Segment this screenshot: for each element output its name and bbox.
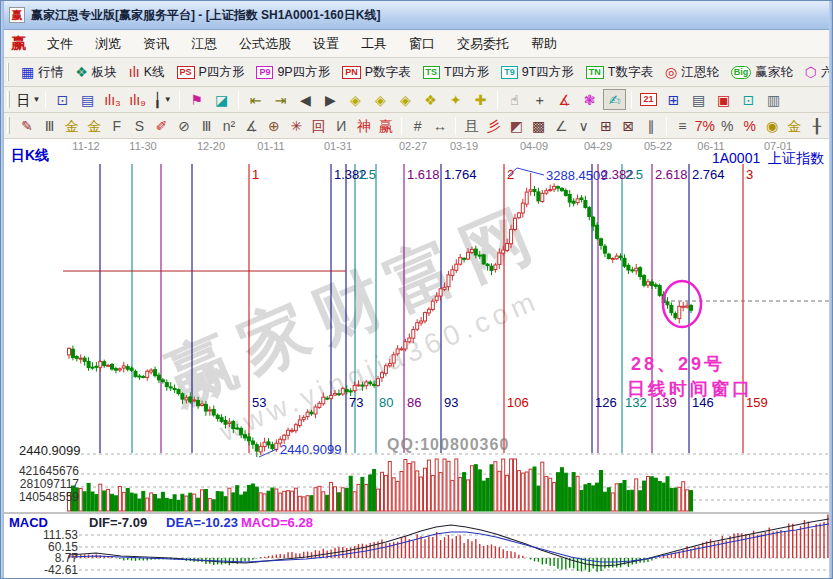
menu-item-help[interactable]: 帮助 [520, 33, 568, 54]
quotes-button[interactable]: ▦行情 [15, 63, 69, 82]
menu-item-trade[interactable]: 交易委托 [446, 33, 520, 54]
menu-item-formula-picker[interactable]: 公式选股 [228, 33, 302, 54]
square-cycle-tool-icon[interactable]: 回 [309, 115, 329, 136]
diamond-nav-4-icon[interactable]: ❖ [419, 89, 442, 110]
shen-tool-icon[interactable]: 神 [353, 115, 373, 136]
golden-section-tool-icon[interactable]: 金 [62, 115, 82, 136]
color-chart-icon[interactable]: ◪ [210, 89, 233, 110]
frame-tool-icon[interactable]: 且 [461, 115, 481, 136]
width-measure-tool-icon[interactable]: ↔ [430, 115, 450, 136]
time-cycle-tool-icon: ⊘ [178, 119, 190, 133]
wave-tool-icon[interactable]: И [331, 115, 351, 136]
t9-square-button[interactable]: T99T四方形 [495, 63, 580, 82]
window-layout-icon[interactable]: ⊡ [51, 89, 74, 110]
menu-item-gann[interactable]: 江恩 [180, 33, 228, 54]
menu-item-file[interactable]: 文件 [36, 33, 84, 54]
frame-tool-icon: 且 [464, 119, 478, 133]
histogram-tool-icon[interactable]: ≡ [672, 115, 692, 136]
percent-tool-icon[interactable]: % [717, 115, 737, 136]
gold-line-tool-icon[interactable]: 金 [784, 115, 804, 136]
kline-9-icon[interactable]: ılı₉ [126, 89, 149, 110]
menu-item-browse[interactable]: 浏览 [84, 33, 132, 54]
pen-tool-icon[interactable]: ✎ [17, 115, 37, 136]
date-axis-label: 04-09 [520, 140, 548, 152]
region-tool-icon[interactable]: ✍ [603, 89, 626, 110]
band-tool-icon[interactable]: ❃ [578, 89, 601, 110]
percent-down-tool-icon[interactable]: 7% [695, 115, 715, 136]
hand-tool-icon[interactable]: ☝ [503, 89, 526, 110]
sectors-button[interactable]: ❖板块 [69, 63, 123, 82]
circle-cross-tool-icon[interactable]: ⊕ [264, 115, 284, 136]
p-number-button[interactable]: PNP数字表 [336, 63, 416, 82]
date-axis-label: 11-12 [72, 140, 99, 152]
export-icon[interactable]: ⊡ [737, 89, 760, 110]
first-bar-icon[interactable]: ⇤ [244, 89, 267, 110]
symbol-header: 1A0001 上证指数 [712, 150, 824, 168]
t-number-button[interactable]: TNT数字表 [580, 63, 659, 82]
transfer-icon[interactable]: ▥ [762, 89, 785, 110]
toolbar-grip[interactable] [7, 63, 9, 81]
kline-3-icon[interactable]: ılı₃ [101, 89, 124, 110]
percent-line-tool-icon[interactable]: % [739, 115, 759, 136]
grid-box-tool-icon[interactable]: ⊞ [596, 115, 616, 136]
multi-flag-icon[interactable]: ⚑ [185, 89, 208, 110]
prev-bar-icon[interactable]: ◀ [294, 89, 317, 110]
v-ruler-tool-icon[interactable]: ╂ [807, 115, 827, 136]
toolbar-grip[interactable] [7, 91, 10, 107]
golden-band-tool-icon[interactable]: 金 [84, 115, 104, 136]
fib-tool-icon[interactable]: F [107, 115, 127, 136]
period-day-selector[interactable]: 日▼ [17, 89, 40, 110]
menu-item-window[interactable]: 窗口 [398, 33, 446, 54]
gold-circle-tool-icon[interactable]: ◉ [762, 115, 782, 136]
save-icon[interactable]: ▣ [712, 89, 735, 110]
toolbar-grip[interactable] [7, 117, 10, 133]
trend-line-tool-icon[interactable]: ∠ [551, 115, 571, 136]
crosshair-icon[interactable]: ＋ [528, 89, 551, 110]
fan-shade-tool-icon[interactable]: ◩ [506, 115, 526, 136]
gann-lines-tool-icon[interactable]: Ⅲ [39, 115, 59, 136]
zigzag-tool-icon[interactable]: ∨ [573, 115, 593, 136]
calendar-21-icon[interactable]: 21 [637, 89, 660, 110]
notes-icon[interactable]: ▤ [687, 89, 710, 110]
p9-square-button: P9 [256, 66, 273, 79]
t-square-button[interactable]: TST四方形 [417, 63, 496, 82]
kline-button[interactable]: ılıK线 [123, 63, 171, 82]
fib-tool-icon: F [113, 119, 122, 133]
menu-item-tools[interactable]: 工具 [350, 33, 398, 54]
next-bar-icon[interactable]: ▶ [319, 89, 342, 110]
diamond-nav-6-icon[interactable]: ✚ [469, 89, 492, 110]
n2-tool-icon[interactable]: n² [219, 115, 239, 136]
diamond-nav-3-icon[interactable]: ◈ [394, 89, 417, 110]
p-square-button[interactable]: PSP四方形 [171, 63, 251, 82]
time-grid-tool-icon[interactable]: Ⅲ [196, 115, 216, 136]
p9-square-button[interactable]: P99P四方形 [250, 63, 336, 82]
angle-tool-icon[interactable]: ∡ [553, 89, 576, 110]
dark-grid-tool-icon[interactable]: ▩ [529, 115, 549, 136]
diamond-nav-5-icon[interactable]: ✦ [444, 89, 467, 110]
winner-wheel-button[interactable]: Big赢家轮 [725, 63, 799, 82]
info-note-icon[interactable]: ▤ [76, 89, 99, 110]
rays-tool-icon[interactable]: 彡 [484, 115, 504, 136]
time-cycle-tool-icon[interactable]: ⊘ [174, 115, 194, 136]
menu-item-news[interactable]: 资讯 [132, 33, 180, 54]
single-candle-selector[interactable]: ╽▼ [151, 89, 174, 110]
spiral-tool-icon[interactable]: S [129, 115, 149, 136]
chart-area[interactable]: 赢家财富网 www.yingjia360.com 日K线 1A0001 上证指数… [1, 139, 833, 579]
gann-web-tool-icon[interactable]: ✳ [286, 115, 306, 136]
gann-wheel-button[interactable]: ◎江恩轮 [659, 63, 725, 82]
first-bar-icon: ⇤ [250, 93, 262, 107]
ying-tool-icon[interactable]: 赢 [376, 115, 396, 136]
golden-section-tool-icon: 金 [65, 119, 79, 133]
brush-tool-icon[interactable]: ✐ [152, 115, 172, 136]
price-grid-tool-icon[interactable]: # [407, 115, 427, 136]
diamond-nav-2-icon[interactable]: ◈ [369, 89, 392, 110]
parallel-tool-icon[interactable]: ∥ [641, 115, 661, 136]
menu-item-settings[interactable]: 设置 [302, 33, 350, 54]
grid-box-fill-tool-icon[interactable]: ⊠ [618, 115, 638, 136]
last-bar-icon[interactable]: ⇥ [269, 89, 292, 110]
diamond-nav-1-icon[interactable]: ◈ [344, 89, 367, 110]
calculator-icon[interactable]: ⊞ [662, 89, 685, 110]
mirror-tool-icon[interactable]: ∡ [241, 115, 261, 136]
hexagon-button[interactable]: ⬡六角形 [799, 63, 833, 82]
grid-box-tool-icon: ⊞ [600, 119, 612, 133]
